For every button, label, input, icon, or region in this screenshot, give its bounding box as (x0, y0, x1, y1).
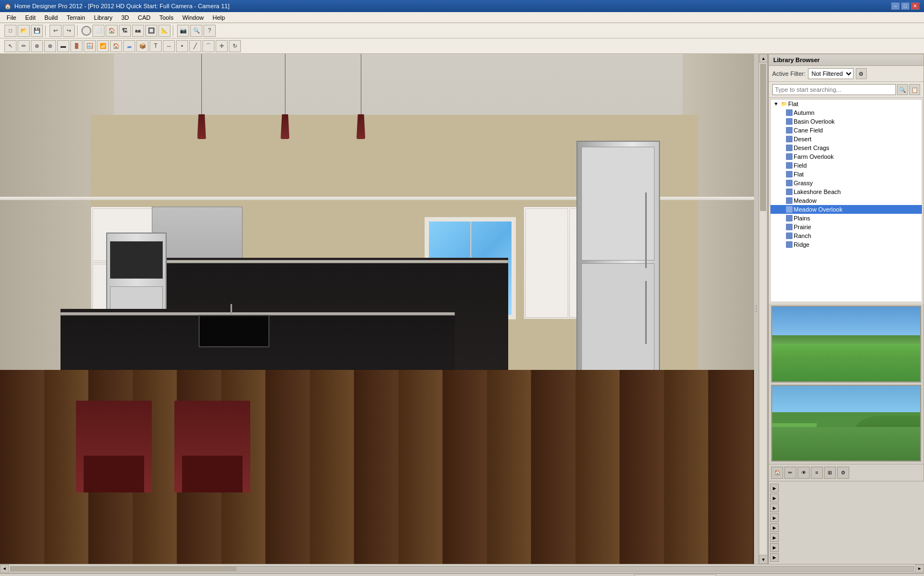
scroll-right-arrow[interactable]: ► (915, 564, 924, 573)
tb2-delete[interactable]: ⊗ (44, 40, 56, 52)
tb-open[interactable]: 📂 (18, 25, 30, 37)
tb-new[interactable]: □ (4, 25, 16, 37)
scroll-up-arrow[interactable]: ▲ (759, 54, 768, 63)
tb2-stair[interactable]: 📶 (97, 40, 109, 52)
tree-item-desert[interactable]: Desert (771, 135, 922, 143)
tree-item-farm-overlook[interactable]: Farm Overlook (771, 152, 922, 161)
tree-folder-flat[interactable]: ▼ 📁 Flat (771, 99, 922, 108)
search-options-button[interactable]: 📋 (909, 84, 920, 95)
tree-item-plains[interactable]: Plains (771, 214, 922, 223)
scroll-left-arrow[interactable]: ◄ (0, 564, 9, 573)
side-btn-8[interactable]: ▶ (770, 553, 779, 562)
scroll-down-arrow[interactable]: ▼ (759, 555, 768, 564)
tree-item-flat[interactable]: Flat (771, 170, 922, 179)
tb2-rotate[interactable]: ↻ (229, 40, 241, 52)
menu-window[interactable]: Window (178, 13, 208, 22)
maximize-button[interactable]: □ (901, 2, 910, 10)
horizontal-scrollbar[interactable]: ◄ ► (0, 564, 924, 573)
tb-btn6[interactable]: 🏗 (119, 25, 131, 37)
tb2-draw[interactable]: ✏ (18, 40, 30, 52)
tb-undo[interactable]: ↩ (50, 25, 62, 37)
tb-btn7[interactable]: 🏘 (132, 25, 144, 37)
filter-select[interactable]: Not Filtered (808, 68, 854, 79)
search-button[interactable]: 🔍 (897, 84, 908, 95)
side-btn-3[interactable]: ▶ (770, 503, 779, 512)
lib-btn-options[interactable]: ⚙ (837, 467, 849, 479)
tb2-select[interactable]: ↖ (4, 40, 16, 52)
tree-item-meadow-overlook[interactable]: Meadow Overlook (771, 205, 922, 214)
menu-tools[interactable]: Tools (155, 13, 178, 22)
tb-camera[interactable]: 📷 (177, 25, 189, 37)
window-controls: – □ ✕ (891, 2, 920, 10)
tree-item-prairie[interactable]: Prairie (771, 223, 922, 231)
tb2-text[interactable]: T (150, 40, 162, 52)
minimize-button[interactable]: – (891, 2, 900, 10)
lib-btn-list[interactable]: ≡ (811, 467, 823, 479)
tb2-terrain[interactable]: 🗻 (123, 40, 135, 52)
menu-build[interactable]: Build (40, 13, 62, 22)
tb-btn9[interactable]: 📐 (158, 25, 170, 37)
tree-item-ridge[interactable]: Ridge (771, 240, 922, 249)
tb-redo[interactable]: ↪ (63, 25, 75, 37)
close-button[interactable]: ✕ (911, 2, 920, 10)
lib-btn-detail[interactable]: ⊞ (824, 467, 836, 479)
side-btn-5[interactable]: ▶ (770, 523, 779, 532)
viewport-scrollbar[interactable]: ▲ ▼ (758, 54, 767, 564)
item-icon (786, 136, 793, 142)
filter-options-button[interactable]: ⚙ (856, 68, 867, 79)
tree-item-ranch[interactable]: Ranch (771, 231, 922, 240)
tb-btn8[interactable]: 🔲 (145, 25, 157, 37)
menu-cad[interactable]: CAD (133, 13, 155, 22)
scroll-thumb-h[interactable] (10, 566, 914, 572)
library-tree[interactable]: ▼ 📁 Flat Autumn Basin Overlook Cane Fiel… (770, 99, 922, 302)
library-search-input[interactable] (772, 84, 896, 95)
tree-item-autumn[interactable]: Autumn (771, 108, 922, 117)
side-btn-1[interactable]: ▶ (770, 484, 779, 492)
lib-btn-place[interactable]: 🏠 (771, 467, 783, 479)
library-browser: Library Browser Active Filter: Not Filte… (768, 54, 924, 481)
tree-item-cane-field[interactable]: Cane Field (771, 126, 922, 135)
right-panel: Library Browser Active Filter: Not Filte… (767, 54, 924, 564)
side-btn-7[interactable]: ▶ (770, 543, 779, 552)
tree-item-basin-overlook[interactable]: Basin Overlook (771, 117, 922, 126)
panel-resize-handle[interactable] (754, 54, 758, 564)
menu-edit[interactable]: Edit (21, 13, 40, 22)
tb-save[interactable]: 💾 (31, 25, 43, 37)
tb2-roof[interactable]: 🏠 (110, 40, 122, 52)
tree-item-meadow[interactable]: Meadow (771, 196, 922, 205)
tb-btn3[interactable] (81, 26, 91, 36)
tb2-line[interactable]: ╱ (189, 40, 201, 52)
tb-btn5[interactable]: 🏠 (106, 25, 118, 37)
side-btn-4[interactable]: ▶ (770, 513, 779, 522)
tb2-move[interactable]: ✛ (216, 40, 228, 52)
tree-item-field[interactable]: Field (771, 161, 922, 170)
menu-help[interactable]: Help (208, 13, 230, 22)
tree-item-lakeshore-beach[interactable]: Lakeshore Beach (771, 187, 922, 196)
tb2-object[interactable]: 📦 (136, 40, 148, 52)
lib-btn-edit[interactable]: ✏ (784, 467, 796, 479)
side-btn-2[interactable]: ▶ (770, 494, 779, 502)
tree-item-desert-crags[interactable]: Desert Crags (771, 143, 922, 152)
item-icon (786, 224, 793, 230)
library-filter-row: Active Filter: Not Filtered ⚙ (769, 66, 923, 82)
pendant-3 (356, 54, 365, 139)
tb2-point[interactable]: • (176, 40, 188, 52)
menu-file[interactable]: File (2, 13, 21, 22)
tb2-door[interactable]: 🚪 (70, 40, 82, 52)
tb2-window[interactable]: 🪟 (84, 40, 96, 52)
lib-btn-view[interactable]: 👁 (798, 467, 810, 479)
tb-zoom[interactable]: 🔍 (190, 25, 202, 37)
side-btn-6[interactable]: ▶ (770, 533, 779, 542)
tb2-wall[interactable]: ▬ (57, 40, 69, 52)
tb2-dim[interactable]: ↔ (163, 40, 175, 52)
tb2-arc[interactable]: ⌒ (202, 40, 215, 52)
tb-help[interactable]: ? (204, 25, 216, 37)
3d-viewport[interactable] (0, 54, 758, 564)
tb-btn4[interactable]: ⬜ (92, 25, 105, 37)
tb2-add[interactable]: ⊕ (31, 40, 43, 52)
menu-library[interactable]: Library (90, 13, 117, 22)
menu-terrain[interactable]: Terrain (62, 13, 90, 22)
menu-bar: File Edit Build Terrain Library 3D CAD T… (0, 12, 924, 23)
tree-item-grassy[interactable]: Grassy (771, 179, 922, 187)
menu-3d[interactable]: 3D (117, 13, 133, 22)
